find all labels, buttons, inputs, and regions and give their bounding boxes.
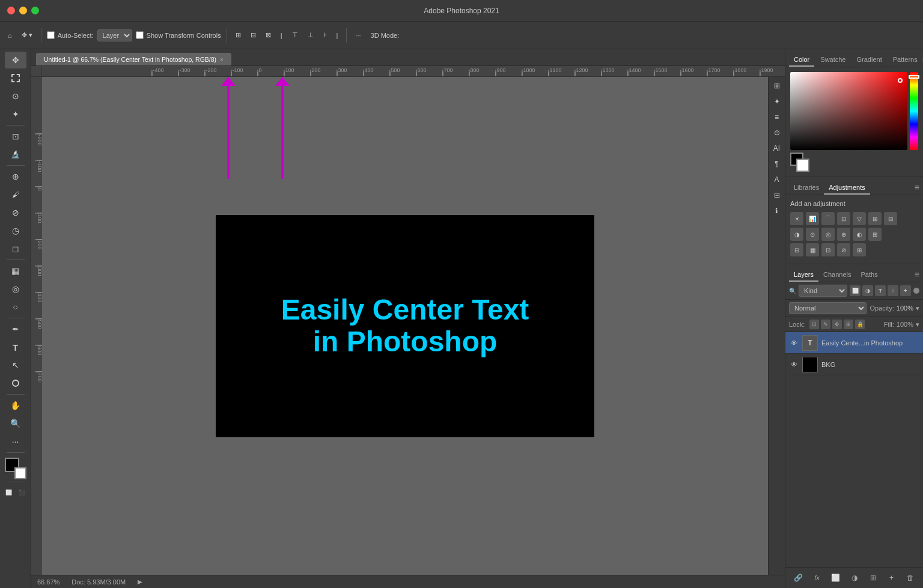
foreground-background-colors[interactable]: [5, 458, 26, 479]
channel-mixer-icon[interactable]: ◎: [821, 228, 835, 241]
exposure-icon[interactable]: ⊡: [837, 212, 850, 225]
tab-adjustments[interactable]: Adjustments: [824, 181, 870, 195]
align-right-button[interactable]: ⊠: [263, 29, 274, 41]
quick-mask-button[interactable]: ⬜: [4, 487, 14, 498]
healing-tool[interactable]: ⊕: [5, 168, 26, 185]
canvas-scroll-area[interactable]: Easily Center Text in Photoshop: [42, 77, 768, 575]
group-layers-icon[interactable]: ⊞: [867, 571, 880, 584]
background-color-swatch[interactable]: [796, 159, 809, 172]
new-layer-icon[interactable]: +: [885, 571, 898, 584]
filter-type-icon[interactable]: T: [875, 285, 886, 296]
background-color[interactable]: [14, 467, 26, 479]
tab-layers[interactable]: Layers: [789, 268, 818, 282]
paragraph-icon[interactable]: ¶: [770, 157, 784, 171]
lasso-tool[interactable]: ⊙: [5, 88, 26, 105]
align-bottom-button[interactable]: ⊦: [320, 29, 330, 41]
close-button[interactable]: [7, 7, 15, 14]
threshold-icon[interactable]: ⊟: [790, 243, 803, 256]
document-tab[interactable]: Untitled-1 @ 66.7% (Easily Center Text i…: [36, 53, 231, 65]
pattern-icon[interactable]: ⊞: [853, 243, 866, 256]
more-tools[interactable]: ···: [5, 433, 26, 450]
smart-filters-icon[interactable]: ⊘: [837, 243, 850, 256]
lock-transparent-icon[interactable]: ⊡: [809, 320, 819, 329]
layers-filter-select[interactable]: Kind: [799, 285, 847, 297]
clone-tool[interactable]: ⊘: [5, 204, 26, 221]
lock-all-icon[interactable]: 🔒: [855, 320, 865, 329]
lock-pixels-icon[interactable]: ✎: [821, 320, 830, 329]
invert-icon[interactable]: ◐: [853, 228, 866, 241]
tab-gradient[interactable]: Gradient: [852, 53, 887, 67]
align-more-button[interactable]: |: [334, 30, 341, 41]
opacity-dropdown-icon[interactable]: ▾: [916, 305, 919, 312]
crop-tool[interactable]: ⊡: [5, 128, 26, 145]
fill-dropdown-icon[interactable]: ▾: [916, 321, 919, 329]
move-tool[interactable]: ✥: [5, 52, 26, 68]
fx-icon[interactable]: fx: [811, 571, 824, 584]
shape-tool[interactable]: [5, 375, 26, 392]
more-options-button[interactable]: ···: [352, 30, 364, 41]
filter-smart-icon[interactable]: ✦: [900, 285, 911, 296]
channels-icon[interactable]: ≡: [770, 111, 784, 124]
vibrance-icon[interactable]: ▽: [853, 212, 866, 225]
hand-tool[interactable]: ✋: [5, 397, 26, 414]
marquee-tool[interactable]: [5, 70, 26, 86]
delete-layer-icon[interactable]: 🗑: [904, 571, 917, 584]
tab-paths[interactable]: Paths: [856, 268, 883, 282]
levels-icon[interactable]: 📊: [806, 212, 819, 225]
hsl-icon[interactable]: ⊞: [868, 212, 882, 225]
layer-comps-icon[interactable]: ⊟: [770, 189, 784, 202]
filter-shape-icon[interactable]: ○: [888, 285, 898, 296]
eyedropper-tool[interactable]: 🔬: [5, 146, 26, 163]
layers-panel-menu-icon[interactable]: ≡: [915, 270, 919, 282]
move-tool-button[interactable]: ✥ ▾: [19, 29, 35, 41]
pen-tool[interactable]: ✒: [5, 321, 26, 338]
filter-adj-icon[interactable]: ◑: [862, 285, 873, 296]
align-left-button[interactable]: ⊞: [233, 29, 244, 41]
filter-pixel-icon[interactable]: ⬜: [850, 285, 861, 296]
path-selection-tool[interactable]: ↖: [5, 357, 26, 374]
photo-filter-icon[interactable]: ⊙: [806, 228, 819, 241]
blend-mode-select[interactable]: Normal: [789, 302, 867, 314]
transform-controls-checkbox[interactable]: [136, 31, 144, 39]
character-icon[interactable]: A: [770, 173, 784, 186]
adj-panel-menu-icon[interactable]: ≡: [915, 183, 919, 195]
tab-color[interactable]: Color: [789, 53, 814, 67]
color-spectrum-bar[interactable]: [910, 72, 918, 150]
color-fg-bg-indicator[interactable]: [790, 153, 809, 172]
adjustment-icon[interactable]: ⊙: [770, 126, 784, 139]
align-center-v-button[interactable]: ⊥: [305, 29, 317, 41]
type-tool[interactable]: T: [5, 339, 26, 356]
info-icon[interactable]: ℹ: [770, 204, 784, 217]
lock-artboard-icon[interactable]: ⊞: [844, 320, 853, 329]
brush-tool[interactable]: 🖌: [5, 186, 26, 203]
gradient-tool[interactable]: ▦: [5, 262, 26, 279]
eraser-tool[interactable]: ◻: [5, 240, 26, 257]
filter-toggle[interactable]: [913, 288, 919, 294]
lock-position-icon[interactable]: ✥: [832, 320, 842, 329]
history-state-icon[interactable]: ⊞: [770, 79, 784, 92]
brightness-contrast-icon[interactable]: ☀: [790, 212, 803, 225]
minimize-button[interactable]: [19, 7, 27, 14]
layer-visibility-eye-text[interactable]: 👁: [789, 338, 799, 348]
auto-select-checkbox[interactable]: [47, 31, 55, 39]
dodge-tool[interactable]: ○: [5, 299, 26, 315]
link-layers-icon[interactable]: 🔗: [792, 571, 805, 584]
tab-swatches[interactable]: Swatche: [815, 53, 850, 67]
selective-color-icon[interactable]: ⊡: [821, 243, 835, 256]
auto-select-type[interactable]: Layer: [97, 29, 132, 41]
3d-mode-button[interactable]: 3D Mode:: [368, 30, 403, 41]
layer-item-bkg[interactable]: 👁 BKG: [785, 354, 923, 375]
blur-tool[interactable]: ◎: [5, 280, 26, 297]
align-center-h-button[interactable]: ⊟: [248, 29, 259, 41]
gradient-map-icon[interactable]: ▦: [806, 243, 819, 256]
color-balance-icon[interactable]: ⊟: [884, 212, 897, 225]
tab-channels[interactable]: Channels: [818, 268, 856, 282]
posterize-icon[interactable]: ⊞: [868, 228, 882, 241]
layer-visibility-eye-bkg[interactable]: 👁: [789, 360, 799, 369]
align-sep-button[interactable]: |: [278, 30, 285, 41]
home-button[interactable]: ⌂: [5, 30, 15, 41]
status-arrow[interactable]: ▶: [138, 578, 142, 585]
properties-icon[interactable]: ✦: [770, 95, 784, 108]
color-picker-container[interactable]: [790, 72, 918, 150]
color-gradient-area[interactable]: [790, 72, 907, 150]
